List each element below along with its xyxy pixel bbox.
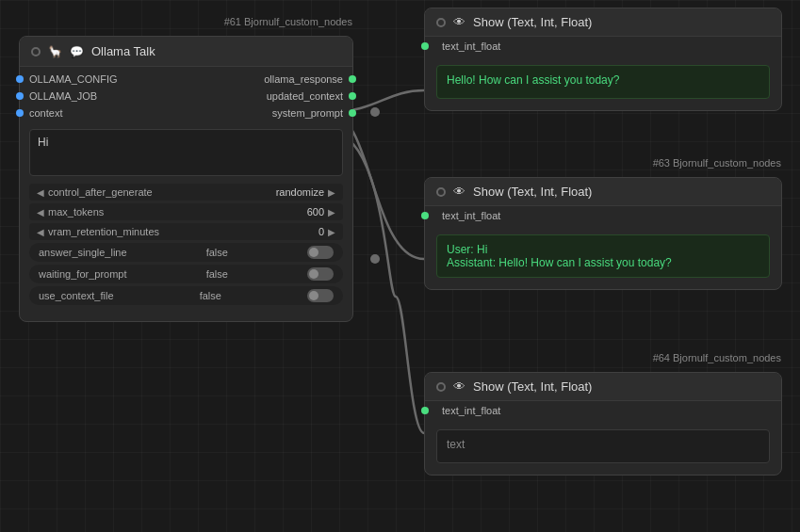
show1-port-label: text_int_float <box>442 40 500 52</box>
ollama-job-input-port <box>16 92 24 100</box>
show-node-3: #64 Bjornulf_custom_nodes 👁 Show (Text, … <box>424 372 782 476</box>
max-tokens-right-arrow[interactable]: ▶ <box>328 207 335 218</box>
chat-icon: 💬 <box>70 45 84 58</box>
show3-status-dot <box>436 382 446 392</box>
svg-point-0 <box>370 107 380 117</box>
ollama-status-dot <box>31 47 41 56</box>
ollama-job-label: OLLAMA_JOB <box>29 90 97 102</box>
use-context-file-label: use_context_file <box>39 290 114 301</box>
show3-title: Show (Text, Int, Float) <box>473 379 592 394</box>
show3-port-label: text_int_float <box>442 405 500 416</box>
waiting-for-prompt-toggle[interactable]: waiting_for_prompt false <box>29 265 343 283</box>
show2-output-text: User: HiAssistant: Hello! How can I assi… <box>447 243 759 269</box>
show2-header: 👁 Show (Text, Int, Float) <box>425 178 781 206</box>
max-tokens-value: 600 <box>307 206 324 218</box>
system-prompt-output-port <box>349 109 356 117</box>
ollama-node-body: OLLAMA_CONFIG ollama_response OLLAMA_JOB… <box>20 67 352 321</box>
context-label: context <box>29 107 62 119</box>
show1-output: Hello! How can I assist you today? <box>436 65 770 99</box>
updated-context-label: updated_context <box>267 90 343 102</box>
waiting-for-prompt-toggle-btn[interactable] <box>307 267 334 281</box>
show1-header: 👁 Show (Text, Int, Float) <box>425 8 781 37</box>
ollama-node-id: #61 Bjornulf_custom_nodes <box>224 16 352 27</box>
ollama-node-title: Ollama Talk <box>91 44 155 58</box>
ollama-response-output-port <box>349 75 356 83</box>
show2-output: User: HiAssistant: Hello! How can I assi… <box>436 234 770 278</box>
ollama-config-row: OLLAMA_CONFIG ollama_response <box>20 71 352 88</box>
show-node-2: #63 Bjornulf_custom_nodes 👁 Show (Text, … <box>424 177 782 290</box>
ollama-config-label: OLLAMA_CONFIG <box>29 73 118 85</box>
control-after-generate-right-arrow[interactable]: ▶ <box>328 187 335 198</box>
use-context-file-toggle-btn[interactable] <box>307 289 334 302</box>
show2-node-id: #63 Bjornulf_custom_nodes <box>653 157 781 169</box>
answer-single-line-toggle-btn[interactable] <box>307 246 334 259</box>
show1-status-dot <box>436 18 446 27</box>
ollama-job-row: OLLAMA_JOB updated_context <box>20 88 352 105</box>
show3-node-id: #64 Bjornulf_custom_nodes <box>653 352 781 363</box>
show2-status-dot <box>436 187 446 197</box>
waiting-for-prompt-value: false <box>206 268 228 280</box>
vram-retention-label: vram_retention_minutes <box>48 226 318 237</box>
show3-input-port <box>421 407 429 414</box>
max-tokens-left-arrow[interactable]: ◀ <box>37 207 44 218</box>
vram-retention-left-arrow[interactable]: ◀ <box>37 227 44 237</box>
ollama-response-label: ollama_response <box>264 73 343 85</box>
waiting-for-prompt-label: waiting_for_prompt <box>39 268 127 280</box>
show1-port-row: text_int_float <box>425 37 781 56</box>
use-context-file-toggle[interactable]: use_context_file false <box>29 286 343 305</box>
ollama-text-input[interactable]: Hi <box>29 129 343 176</box>
show3-output: text <box>436 429 770 463</box>
show1-eye-icon: 👁 <box>453 15 465 29</box>
show2-input-port <box>421 212 429 219</box>
show3-port-row: text_int_float <box>425 401 781 420</box>
svg-point-1 <box>370 254 380 264</box>
ollama-text-value: Hi <box>38 136 48 149</box>
control-after-generate-value: randomize <box>276 186 324 198</box>
updated-context-output-port <box>349 92 356 100</box>
llama-icon: 🦙 <box>48 45 62 58</box>
ollama-config-input-port <box>16 75 24 83</box>
ollama-node-header: 🦙 💬 Ollama Talk <box>20 37 352 67</box>
system-prompt-label: system_prompt <box>272 107 343 119</box>
context-input-port <box>16 109 24 117</box>
max-tokens-label: max_tokens <box>48 206 307 218</box>
vram-retention-right-arrow[interactable]: ▶ <box>328 227 335 237</box>
show-node-1: #62 Bjornulf_custom_nodes 👁 Show (Text, … <box>424 8 782 111</box>
use-context-file-value: false <box>200 290 221 301</box>
show2-port-label: text_int_float <box>442 210 500 221</box>
control-after-generate-label: control_after_generate <box>48 186 276 198</box>
show1-title: Show (Text, Int, Float) <box>473 15 592 29</box>
show3-eye-icon: 👁 <box>453 379 465 394</box>
context-row: context system_prompt <box>20 105 352 121</box>
answer-single-line-toggle[interactable]: answer_single_line false <box>29 243 343 262</box>
answer-single-line-value: false <box>206 247 228 258</box>
vram-retention-row: ◀ vram_retention_minutes 0 ▶ <box>29 223 343 240</box>
show2-title: Show (Text, Int, Float) <box>473 185 592 199</box>
answer-single-line-label: answer_single_line <box>39 247 127 258</box>
control-after-generate-row: ◀ control_after_generate randomize ▶ <box>29 184 343 201</box>
show3-header: 👁 Show (Text, Int, Float) <box>425 373 781 401</box>
ollama-node: #61 Bjornulf_custom_nodes 🦙 💬 Ollama Tal… <box>19 36 353 322</box>
vram-retention-value: 0 <box>318 226 324 237</box>
show1-input-port <box>421 42 429 50</box>
show2-eye-icon: 👁 <box>453 185 465 199</box>
show2-port-row: text_int_float <box>425 206 781 225</box>
control-after-generate-left-arrow[interactable]: ◀ <box>37 187 44 198</box>
max-tokens-row: ◀ max_tokens 600 ▶ <box>29 203 343 220</box>
